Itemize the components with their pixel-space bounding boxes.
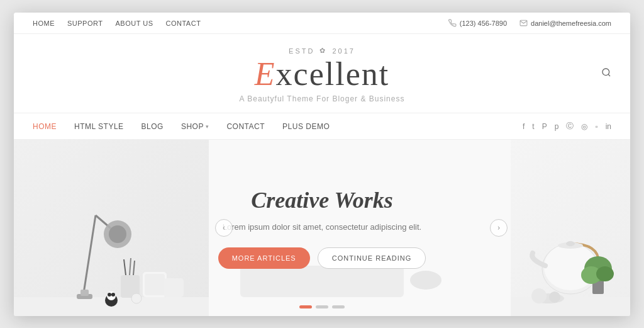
dot-3[interactable] xyxy=(332,305,345,308)
more-articles-button[interactable]: MORE ARTICLES xyxy=(218,247,310,269)
email-info: daniel@themefreesia.com xyxy=(519,19,611,27)
nav-home[interactable]: HOME xyxy=(33,122,57,131)
svg-point-19 xyxy=(131,293,142,303)
browser-window: HOME SUPPORT ABOUT US CONTACT (123) 456-… xyxy=(14,13,630,316)
site-header: ESTD ✿ 2017 Excellent A Beautyful Theme … xyxy=(14,34,630,113)
hero-buttons: MORE ARTICLES CONTINUE READING xyxy=(218,247,426,269)
site-logo[interactable]: Excellent xyxy=(33,58,611,91)
nav-contact[interactable]: CONTACT xyxy=(226,122,265,131)
social-pinterest[interactable]: P xyxy=(542,122,547,131)
svg-point-0 xyxy=(602,69,609,76)
slide-dots xyxy=(299,305,345,308)
estd-text: ESTD xyxy=(289,47,314,55)
tagline: A Beautyful Theme For Bloger & Business xyxy=(33,94,611,103)
email-icon xyxy=(519,19,528,27)
svg-point-18 xyxy=(111,293,115,297)
social-links: f t P p Ⓒ ◎ ▫ in xyxy=(523,121,611,132)
social-instagram[interactable]: ◎ xyxy=(581,122,587,131)
hero-text: Lorem ipsum dolor sit amet, consectetur … xyxy=(218,221,426,234)
social-pinterest2[interactable]: p xyxy=(555,122,559,131)
phone-info: (123) 456-7890 xyxy=(448,19,507,27)
hero-title: Creative Works xyxy=(218,187,426,213)
main-nav-links: HOME HTML STYLE BLOG SHOP ▾ CONTACT PLUS… xyxy=(33,122,330,131)
nav-plusdemo[interactable]: PLUS DEMO xyxy=(282,122,330,131)
nav-blog[interactable]: BLOG xyxy=(142,122,164,131)
svg-rect-14 xyxy=(145,274,165,295)
year-text: 2017 xyxy=(332,47,355,55)
estd-line: ESTD ✿ 2017 xyxy=(33,47,611,55)
social-twitter[interactable]: t xyxy=(532,122,534,131)
svg-point-17 xyxy=(108,293,111,297)
social-skype[interactable]: Ⓒ xyxy=(566,121,574,132)
logo-e: E xyxy=(255,56,276,92)
social-youtube[interactable]: ▫ xyxy=(595,122,597,131)
chevron-down-icon: ▾ xyxy=(206,123,209,130)
svg-point-6 xyxy=(109,225,126,243)
top-bar: HOME SUPPORT ABOUT US CONTACT (123) 456-… xyxy=(14,13,630,34)
top-contact-info: (123) 456-7890 daniel@themefreesia.com xyxy=(448,19,611,27)
svg-line-3 xyxy=(83,215,96,297)
dot-1[interactable] xyxy=(299,305,312,308)
continue-reading-button[interactable]: CONTINUE READING xyxy=(318,247,426,269)
svg-point-32 xyxy=(549,291,560,303)
svg-rect-21 xyxy=(511,297,630,316)
main-nav: HOME HTML STYLE BLOG SHOP ▾ CONTACT PLUS… xyxy=(14,113,630,140)
nav-htmlstyle[interactable]: HTML STYLE xyxy=(74,122,124,131)
top-nav: HOME SUPPORT ABOUT US CONTACT xyxy=(33,20,201,27)
hero-left-image xyxy=(14,140,209,316)
flower-icon: ✿ xyxy=(319,47,327,55)
social-facebook[interactable]: f xyxy=(523,122,525,131)
hero-section: ‹ › Creative Works Lorem ipsum dolor sit… xyxy=(14,140,630,316)
nav-shop[interactable]: SHOP ▾ xyxy=(181,122,209,131)
phone-icon xyxy=(448,19,457,27)
svg-point-25 xyxy=(566,241,575,246)
logo-rest: xcellent xyxy=(276,56,390,92)
svg-line-11 xyxy=(130,258,131,275)
prev-arrow[interactable]: ‹ xyxy=(215,219,233,237)
svg-line-10 xyxy=(124,259,126,275)
svg-point-29 xyxy=(596,266,614,281)
hero-content: Creative Works Lorem ipsum dolor sit ame… xyxy=(206,168,439,288)
search-icon[interactable] xyxy=(601,67,611,80)
top-nav-about[interactable]: ABOUT US xyxy=(115,20,153,27)
svg-line-1 xyxy=(608,74,610,76)
dot-2[interactable] xyxy=(316,305,328,308)
top-nav-home[interactable]: HOME xyxy=(33,20,55,27)
svg-rect-20 xyxy=(164,278,184,297)
next-arrow[interactable]: › xyxy=(490,219,508,237)
social-linkedin[interactable]: in xyxy=(606,122,611,131)
svg-point-31 xyxy=(531,288,547,303)
svg-rect-8 xyxy=(80,290,89,296)
svg-line-12 xyxy=(133,261,135,275)
top-nav-support[interactable]: SUPPORT xyxy=(67,20,103,27)
hero-right-image xyxy=(511,140,630,316)
top-nav-contact[interactable]: CONTACT xyxy=(166,20,201,27)
